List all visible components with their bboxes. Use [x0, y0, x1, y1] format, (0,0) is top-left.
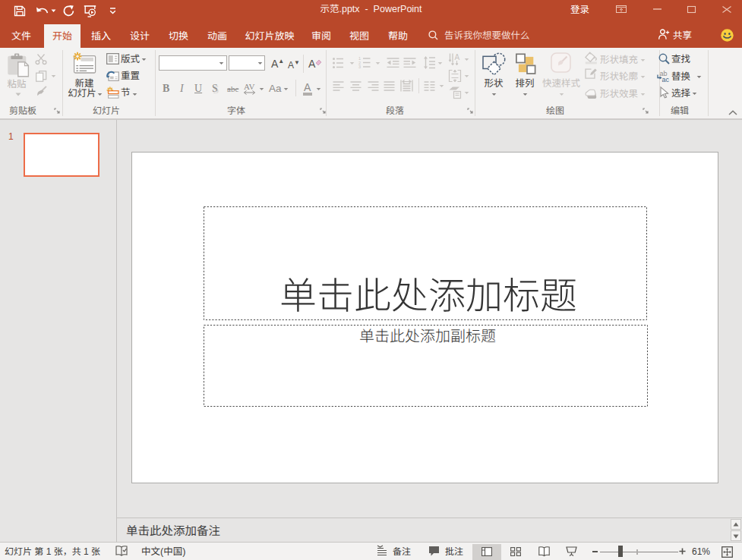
- svg-text:3: 3: [358, 64, 361, 69]
- svg-text:A: A: [455, 53, 460, 61]
- svg-text:ac: ac: [662, 76, 670, 83]
